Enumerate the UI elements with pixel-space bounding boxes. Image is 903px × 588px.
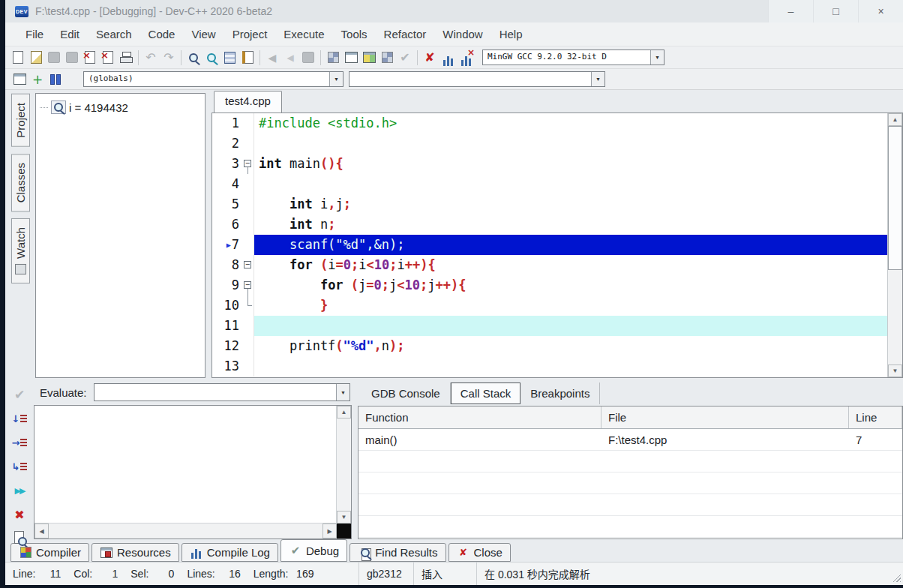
menu-view[interactable]: View <box>183 28 224 40</box>
bottom-tab-compiler[interactable]: Compiler <box>10 543 89 562</box>
fold-collapse-icon[interactable]: − <box>244 261 251 268</box>
debug-tab-breakpoints[interactable]: Breakpoints <box>520 382 600 404</box>
code-line-9[interactable]: 9− for (j=0;j<10;j++){ <box>212 275 887 296</box>
find-results-mag-icon[interactable] <box>358 547 371 559</box>
code-line-2[interactable]: 2 <box>212 134 887 154</box>
code-line-13[interactable]: 13 <box>212 356 887 376</box>
debug-run-icon[interactable]: ✔ <box>10 386 28 404</box>
fold-margin[interactable]: − <box>242 154 254 174</box>
menu-edit[interactable]: Edit <box>52 28 88 40</box>
save-all-icon[interactable] <box>63 50 81 66</box>
column-header-function[interactable]: Function <box>358 406 602 428</box>
globals-select[interactable]: (globals) ▼ <box>83 71 344 87</box>
editor-scrollbar[interactable]: ▲ ▼ <box>887 113 902 377</box>
sidebar-tab-classes[interactable]: Classes <box>11 154 30 212</box>
output-hscrollbar[interactable]: ◀ ▶ <box>34 523 351 538</box>
sidebar-tab-project[interactable]: Project <box>11 94 30 147</box>
abort-icon[interactable] <box>299 50 317 66</box>
stop-execution-icon[interactable]: ✘ <box>421 50 439 66</box>
menu-file[interactable]: File <box>17 28 52 40</box>
menu-project[interactable]: Project <box>224 28 276 40</box>
menu-code[interactable]: Code <box>140 28 184 40</box>
compiler-grid-icon[interactable] <box>19 547 32 559</box>
stop-icon[interactable]: ✖ <box>10 506 28 524</box>
scroll-up-icon[interactable]: ▲ <box>337 406 351 418</box>
code-line-12[interactable]: 12 printf("%d",n); <box>212 336 887 356</box>
fold-margin[interactable]: − <box>242 255 254 275</box>
menu-execute[interactable]: Execute <box>275 28 332 40</box>
resources-icon[interactable] <box>100 547 113 559</box>
code-line-11[interactable]: 11 <box>212 316 887 336</box>
sidebar-tab-watch[interactable]: Watch <box>11 218 30 284</box>
menu-search[interactable]: Search <box>88 28 140 40</box>
menu-window[interactable]: Window <box>434 28 490 40</box>
chevron-down-icon[interactable]: ▼ <box>329 72 343 86</box>
find-icon[interactable] <box>184 50 202 66</box>
save-icon[interactable] <box>45 50 63 66</box>
fold-margin[interactable]: − <box>242 275 254 296</box>
fold-margin[interactable] <box>242 296 254 316</box>
code-area[interactable]: 1#include <stdio.h>23−int main(){45 int … <box>212 113 887 377</box>
compile-icon[interactable] <box>324 50 342 66</box>
bottom-tab-find-results[interactable]: Find Results <box>350 543 446 562</box>
scroll-right-icon[interactable]: ▶ <box>322 524 337 538</box>
evaluate-input[interactable]: ▼ <box>94 383 350 401</box>
next-instruction-icon[interactable]: ↳ <box>10 458 28 476</box>
vertical-splitter[interactable] <box>206 90 212 378</box>
run-icon[interactable] <box>342 50 360 66</box>
print-icon[interactable] <box>117 50 135 66</box>
close-x-icon[interactable]: ✘ <box>457 547 470 559</box>
watch-variable-item[interactable]: i = 4194432 <box>40 100 201 114</box>
debug-tab-gdb-console[interactable]: GDB Console <box>362 382 451 404</box>
step-into-icon[interactable]: → <box>10 434 28 452</box>
minimize-button[interactable]: – <box>768 0 813 22</box>
new-file-icon[interactable] <box>9 50 27 66</box>
chevron-down-icon[interactable]: ▼ <box>650 50 664 64</box>
open-file-icon[interactable] <box>27 50 45 66</box>
profile-analysis-icon[interactable] <box>439 50 457 66</box>
pause-icon[interactable] <box>46 71 64 88</box>
code-line-8[interactable]: 8− for (i=0;i<10;i++){ <box>212 255 887 275</box>
code-line-7[interactable]: ▶7 scanf("%d",&n); <box>212 235 887 255</box>
output-vscrollbar[interactable]: ▲ ▼ <box>336 406 351 524</box>
find-in-files-icon[interactable] <box>202 50 220 66</box>
undo-icon[interactable]: ↶ <box>142 50 160 66</box>
code-line-4[interactable]: 4 <box>212 174 887 194</box>
goto-line-icon[interactable] <box>238 50 256 66</box>
code-editor[interactable]: 1#include <stdio.h>23−int main(){45 int … <box>212 112 903 378</box>
rebuild-all-icon[interactable] <box>378 50 396 66</box>
code-line-5[interactable]: 5 int i,j; <box>212 194 887 214</box>
debug-check-icon[interactable]: ✔ <box>289 544 302 556</box>
replace-icon[interactable] <box>220 50 238 66</box>
code-line-6[interactable]: 6 int n; <box>212 214 887 235</box>
compiler-select[interactable]: MinGW GCC 9.2.0 32-bit D ▼ <box>482 50 664 65</box>
code-line-10[interactable]: 10 } <box>212 296 887 316</box>
scroll-up-icon[interactable]: ▲ <box>888 113 902 126</box>
delete-profiling-icon[interactable]: × <box>457 50 475 66</box>
scrollbar-track[interactable] <box>888 270 902 364</box>
bottom-tab-resources[interactable]: Resources <box>92 543 179 562</box>
bottom-tab-debug[interactable]: ✔Debug <box>280 539 347 562</box>
resize-grip[interactable] <box>891 572 901 582</box>
redo-icon[interactable]: ↷ <box>160 50 178 66</box>
scroll-down-icon[interactable]: ▼ <box>888 364 902 377</box>
fold-collapse-icon[interactable]: − <box>244 160 251 167</box>
fold-collapse-icon[interactable]: − <box>244 281 251 289</box>
add-item-icon[interactable]: + <box>28 71 46 88</box>
menu-help[interactable]: Help <box>491 28 531 40</box>
switch-window-icon[interactable] <box>10 71 28 88</box>
forward-icon[interactable]: ◀ <box>281 50 299 66</box>
continue-icon[interactable]: ▶▶ <box>10 482 28 500</box>
scrollbar-track[interactable] <box>49 524 322 538</box>
evaluate-output[interactable]: ▲ ▼ ◀ ▶ <box>34 405 352 539</box>
next-step-icon[interactable]: ↓ <box>10 410 28 428</box>
close-button[interactable]: × <box>858 0 903 22</box>
column-header-line[interactable]: Line <box>849 406 902 428</box>
chevron-down-icon[interactable]: ▼ <box>591 72 604 86</box>
panel-splitter[interactable] <box>352 380 358 539</box>
maximize-button[interactable]: □ <box>813 0 858 22</box>
bottom-tab-close[interactable]: ✘Close <box>448 543 511 562</box>
editor-tab-test4[interactable]: test4.cpp <box>214 91 282 112</box>
code-line-1[interactable]: 1#include <stdio.h> <box>212 113 887 134</box>
compile-log-chart-icon[interactable] <box>190 547 203 559</box>
